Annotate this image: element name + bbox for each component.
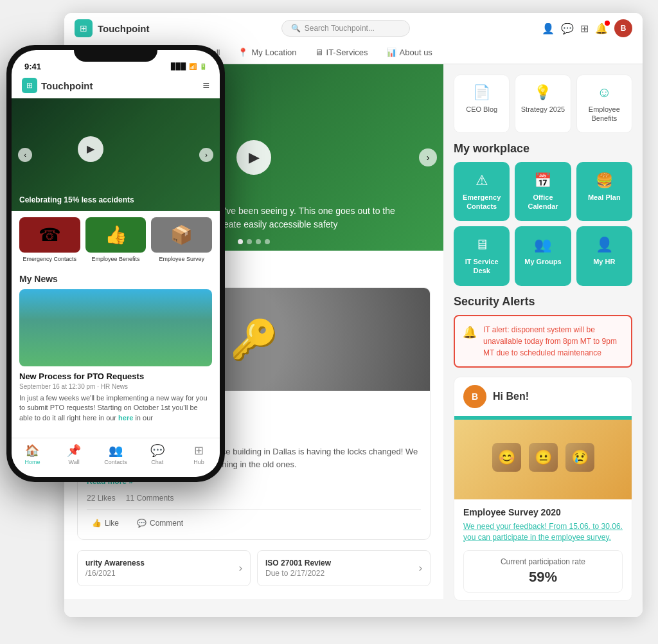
nav-location[interactable]: 📍 My Location [229,42,305,64]
like-button[interactable]: 👍 Like [87,516,124,530]
phone-play-button[interactable]: ▶ [78,136,103,162]
phone-news-link[interactable]: here [118,414,133,422]
comment-icon: 💬 [137,519,147,528]
phone-nav-chat[interactable]: 💬 Chat [136,443,178,465]
phone-news-body: In just a few weeks we'll be implementin… [19,393,212,423]
phone-quicklink-benefits[interactable]: 👍 Employee Benefits [85,217,147,262]
phone-news-meta: September 16 at 12:30 pm · HR News [19,383,212,390]
survey-image: 😊 😐 😢 [454,416,632,499]
nav-about[interactable]: 📊 About us [377,42,441,64]
survey-greeting: Hi Ben! [493,391,529,402]
hero-arrow-right[interactable]: › [419,148,437,166]
phone-news-title: New Process for PTO Requests [19,371,212,381]
workplace-meal[interactable]: 🍔 Meal Plan [576,162,632,222]
phone-menu-icon[interactable]: ≡ [202,79,209,93]
quick-link-strategy[interactable]: 💡 Strategy 2025 [515,75,571,133]
survey-cube-neutral: 😐 [529,443,558,472]
workplace-title: My workplace [454,142,632,156]
likes-count: 22 Likes [87,494,116,503]
small-news-title-2: ISO 27001 Review [265,559,331,568]
chat-icon[interactable]: 💬 [561,22,574,35]
small-news-arrow-2: › [419,562,422,574]
small-news-card-2[interactable]: ISO 27001 Review Due to 2/17/2022 › [257,550,431,586]
phone-logo-icon: ⊞ [22,78,37,93]
workplace-emergency[interactable]: ⚠ Emergency Contacts [454,162,510,222]
wifi-icon: 📶 [189,63,197,70]
nav-it-label: IT-Services [326,48,368,57]
hero-dot-3[interactable] [256,239,261,244]
search-bar[interactable]: 🔍 Search Touchpoint... [281,20,410,37]
small-news-date-2: Due to 2/17/2022 [265,569,331,578]
survey-name: Employee Survey 2020 [463,507,623,517]
notification-bell[interactable]: 🔔 [595,22,608,35]
quick-links-grid: 📄 CEO Blog 💡 Strategy 2025 ☺ Employee Be… [454,75,632,133]
phone-status-icons: ▉▉▉ 📶 🔋 [171,63,207,70]
phone-nav-wall[interactable]: 📌 Wall [53,443,95,465]
search-placeholder: Search Touchpoint... [305,24,375,33]
groups-icon: 👥 [520,237,565,253]
calendar-icon: 📅 [520,172,565,189]
play-button[interactable]: ▶ [236,140,271,175]
phone-logo: ⊞ Touchpoint [22,78,93,93]
location-icon: 📍 [238,48,248,57]
phone-chat-label: Chat [136,459,178,465]
phone-header: ⊞ Touchpoint ≡ [12,74,220,98]
hero-dot-1[interactable] [238,239,243,244]
phone-nav-hub[interactable]: ⊞ Hub [178,443,220,465]
phone-quicklink-survey-img: 📦 [151,217,212,253]
phone-nav-contacts[interactable]: 👥 Contacts [95,443,137,465]
header-icons: 👤 💬 ⊞ 🔔 B [542,19,632,37]
meal-label: Meal Plan [582,193,627,202]
hero-dot-2[interactable] [247,239,252,244]
phone-nav-home[interactable]: 🏠 Home [12,443,53,465]
phone-quicklink-emergency[interactable]: ☎ Emergency Contacts [19,217,80,262]
hero-dot-4[interactable] [265,239,270,244]
phone-quicklink-survey-label: Employee Survey [151,256,212,262]
comment-label: Comment [150,519,183,528]
news-stats: 22 Likes 11 Comments [87,494,421,503]
emergency-label: Emergency Contacts [459,193,504,211]
phone-wall-label: Wall [53,459,95,465]
comment-button[interactable]: 💬 Comment [132,516,188,530]
small-news-date-1: /16/2021 [85,569,145,578]
survey-description[interactable]: We need your feedback! From 15.06. to 30… [463,521,623,543]
like-label: Like [105,519,119,528]
phone-arrow-right[interactable]: › [199,148,213,162]
quick-link-benefits[interactable]: ☺ Employee Benefits [576,75,632,133]
user-avatar[interactable]: B [614,19,632,37]
phone-news-continuation: in our [135,414,153,422]
right-sidebar: 📄 CEO Blog 💡 Strategy 2025 ☺ Employee Be… [443,64,643,617]
phone-home-label: Home [12,459,53,465]
users-icon[interactable]: 👤 [542,22,555,35]
quick-link-ceo[interactable]: 📄 CEO Blog [454,75,510,133]
workplace-calendar[interactable]: 📅 Office Calendar [515,162,571,222]
phone-arrow-left[interactable]: ‹ [18,148,32,162]
workplace-it[interactable]: 🖥 IT Service Desk [454,226,510,286]
phone-home-icon: 🏠 [12,443,53,458]
phone-contacts-icon: 👥 [95,443,137,458]
nav-about-label: About us [400,48,432,57]
nav-it[interactable]: 🖥 IT-Services [306,42,377,64]
it-service-label: IT Service Desk [459,257,504,276]
phone-hub-label: Hub [178,459,220,465]
news-actions: 👍 Like 💬 Comment [87,509,421,530]
palm-trees-image [19,289,212,366]
survey-cube-sad: 😢 [565,443,594,472]
workplace-groups[interactable]: 👥 My Groups [515,226,571,286]
survey-participation: Current participation rate 59% [463,550,623,593]
phone-quicklink-survey[interactable]: 📦 Employee Survey [151,217,212,262]
benefits-label: Employee Benefits [582,105,627,123]
comments-count: 11 Comments [126,494,174,503]
search-icon: 🔍 [291,24,301,33]
alert-icon: 🔔 [463,325,477,359]
participation-label: Current participation rate [470,557,616,566]
small-news-card-1[interactable]: urity Awareness /16/2021 › [77,550,251,586]
survey-cube-happy: 😊 [492,443,521,472]
workplace-hr[interactable]: 👤 My HR [576,226,632,286]
survey-avatar: B [463,385,486,408]
phone-quicklink-emergency-img: ☎ [19,217,80,253]
calendar-label: Office Calendar [520,193,565,211]
phone-time: 9:41 [24,62,41,71]
ceo-icon: 📄 [459,84,504,101]
grid-icon[interactable]: ⊞ [580,22,589,35]
